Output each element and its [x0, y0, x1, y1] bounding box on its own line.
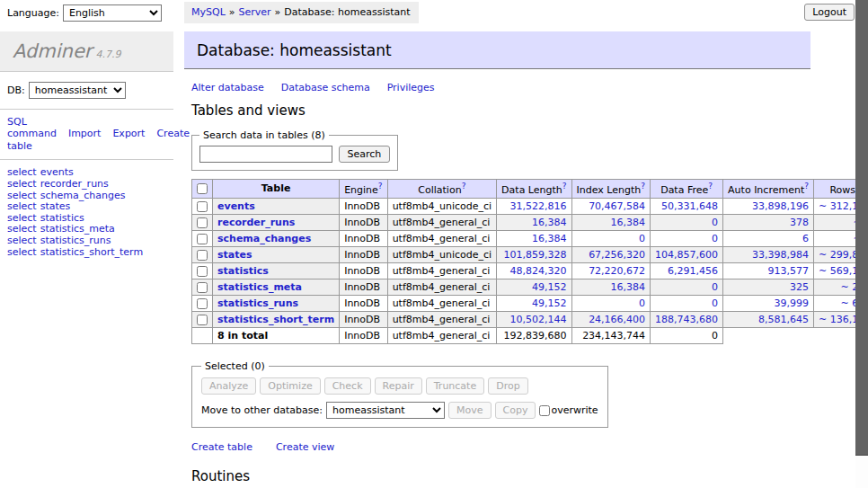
column-help-link[interactable]: ?: [708, 182, 713, 191]
index-length-link[interactable]: 70,467,584: [589, 200, 645, 212]
select-all-checkbox[interactable]: [197, 183, 208, 194]
db-select[interactable]: homeassistant: [29, 82, 126, 99]
table-name-link[interactable]: schema_changes: [217, 233, 311, 244]
table-name-link[interactable]: states: [217, 249, 252, 261]
index-length-link[interactable]: 16,384: [611, 281, 646, 293]
search-button[interactable]: Search: [339, 146, 391, 163]
data-free-link[interactable]: 0: [712, 233, 718, 244]
repair-button[interactable]: Repair: [375, 377, 422, 395]
scrollbar[interactable]: [855, 0, 868, 488]
selected-actions: AnalyzeOptimizeCheckRepairTruncateDrop: [201, 377, 598, 395]
optimize-button[interactable]: Optimize: [260, 377, 320, 395]
select-link[interactable]: select: [7, 223, 37, 235]
logout-button[interactable]: Logout: [804, 4, 855, 21]
column-help-link[interactable]: ?: [378, 182, 383, 191]
move-db-select[interactable]: homeassistant: [326, 402, 445, 419]
data-length-link[interactable]: 31,522,816: [510, 200, 567, 212]
index-length-link[interactable]: 67,256,320: [589, 249, 645, 261]
select-link[interactable]: select: [7, 178, 37, 190]
breadcrumb-link-mysql[interactable]: MySQL: [191, 6, 226, 18]
select-link[interactable]: select: [7, 246, 37, 258]
auto-increment-link[interactable]: 913,577: [768, 265, 810, 277]
data-length-link[interactable]: 48,824,320: [510, 265, 567, 277]
row-checkbox[interactable]: [197, 201, 208, 212]
table-name-link[interactable]: statistics_short_term: [217, 314, 334, 325]
table-link[interactable]: statistics: [40, 212, 84, 224]
column-help-link[interactable]: ?: [804, 182, 809, 191]
auto-increment-link[interactable]: 378: [790, 217, 809, 228]
select-link[interactable]: select: [7, 200, 37, 212]
data-free-link[interactable]: 6,291,456: [668, 265, 718, 277]
index-length-link[interactable]: 72,220,672: [589, 265, 645, 277]
auto-increment-link[interactable]: 33,398,984: [752, 249, 809, 261]
table-link[interactable]: statistics_meta: [40, 223, 115, 235]
move-button[interactable]: Move: [448, 402, 492, 419]
breadcrumb-link-server[interactable]: Server: [239, 6, 271, 18]
row-checkbox[interactable]: [197, 217, 208, 228]
export-link[interactable]: Export: [112, 128, 145, 139]
auto-increment-link[interactable]: 39,999: [775, 297, 810, 309]
truncate-button[interactable]: Truncate: [426, 377, 484, 395]
table-link[interactable]: schema_changes: [40, 190, 126, 201]
column-help-link[interactable]: ?: [462, 182, 466, 191]
table-name-cell: statistics_runs: [213, 295, 340, 311]
scrollbar-thumb[interactable]: [855, 0, 868, 456]
column-help-link[interactable]: ?: [641, 182, 645, 191]
data-free-link[interactable]: 50,331,648: [661, 200, 718, 212]
check-button[interactable]: Check: [324, 377, 371, 395]
index-length-link[interactable]: 24,166,400: [589, 314, 645, 325]
data-free-link[interactable]: 0: [712, 217, 718, 228]
table-link[interactable]: recorder_runs: [40, 178, 109, 190]
data-length-link[interactable]: 49,152: [532, 297, 567, 309]
auto-increment-link[interactable]: 6: [802, 233, 809, 244]
analyze-button[interactable]: Analyze: [201, 377, 256, 395]
table-name-link[interactable]: events: [217, 200, 255, 212]
table-name-link[interactable]: statistics: [217, 265, 269, 277]
auto-increment-link[interactable]: 325: [790, 281, 809, 293]
data-length-link[interactable]: 16,384: [532, 217, 567, 228]
data-length-link[interactable]: 16,384: [532, 233, 567, 244]
auto-increment-link[interactable]: 8,581,645: [758, 314, 809, 325]
select-link[interactable]: select: [7, 190, 37, 201]
column-help-link[interactable]: ?: [562, 182, 567, 191]
row-checkbox[interactable]: [197, 315, 208, 325]
table-link[interactable]: states: [40, 200, 71, 212]
select-link[interactable]: select: [7, 235, 37, 246]
alter-database-link[interactable]: Alter database: [191, 82, 264, 93]
table-link[interactable]: events: [40, 166, 74, 178]
data-free-link[interactable]: 0: [712, 281, 718, 293]
row-checkbox[interactable]: [197, 282, 208, 293]
data-length-link[interactable]: 10,502,144: [510, 314, 567, 325]
index-length-link[interactable]: 16,384: [611, 217, 646, 228]
select-link[interactable]: select: [7, 212, 37, 224]
data-free-link[interactable]: 188,743,680: [655, 314, 718, 325]
row-checkbox[interactable]: [197, 234, 208, 244]
privileges-link[interactable]: Privileges: [387, 82, 435, 93]
auto-increment-link[interactable]: 33,898,196: [752, 200, 809, 212]
drop-button[interactable]: Drop: [488, 377, 527, 395]
table-name-link[interactable]: statistics_runs: [217, 297, 298, 309]
row-checkbox[interactable]: [197, 266, 208, 277]
import-link[interactable]: Import: [68, 128, 102, 139]
copy-button[interactable]: Copy: [495, 402, 536, 419]
language-select[interactable]: English: [63, 4, 162, 22]
overwrite-checkbox[interactable]: [539, 405, 550, 416]
row-checkbox[interactable]: [197, 250, 208, 261]
table-link[interactable]: statistics_runs: [40, 235, 111, 246]
index-length-link[interactable]: 0: [639, 233, 645, 244]
sql-command-link[interactable]: SQL command: [7, 116, 57, 139]
data-free-link[interactable]: 0: [712, 297, 718, 309]
database-schema-link[interactable]: Database schema: [281, 82, 370, 93]
row-checkbox[interactable]: [197, 298, 208, 309]
data-free-link[interactable]: 104,857,600: [655, 249, 718, 261]
create-table-link-bottom[interactable]: Create table: [191, 441, 252, 453]
create-view-link[interactable]: Create view: [276, 441, 334, 453]
table-link[interactable]: statistics_short_term: [40, 246, 143, 258]
table-name-link[interactable]: statistics_meta: [217, 281, 302, 293]
table-name-link[interactable]: recorder_runs: [217, 217, 295, 228]
index-length-link[interactable]: 0: [639, 297, 645, 309]
select-link[interactable]: select: [7, 166, 37, 178]
data-length-link[interactable]: 49,152: [532, 281, 567, 293]
data-length-link[interactable]: 101,859,328: [504, 249, 567, 261]
search-input[interactable]: [199, 146, 332, 163]
